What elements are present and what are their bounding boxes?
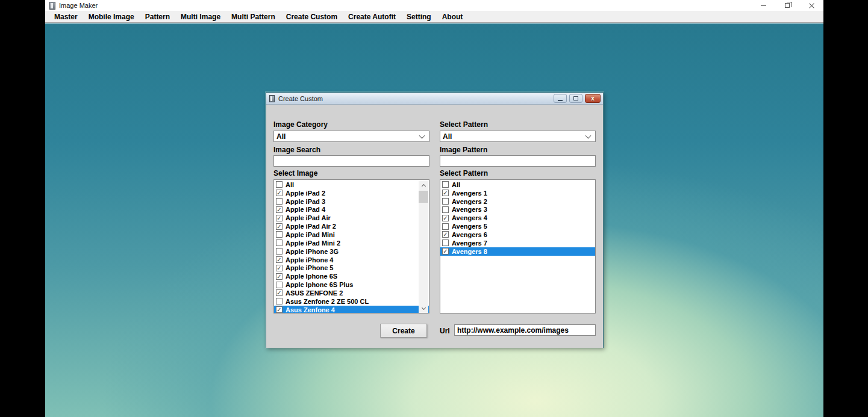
checkbox-unchecked[interactable] — [442, 181, 449, 188]
list-item[interactable]: ✓Apple Iphone 6S — [274, 272, 429, 280]
checkbox-checked[interactable]: ✓ — [276, 289, 283, 296]
checkbox-checked[interactable]: ✓ — [442, 231, 449, 238]
list-item[interactable]: ✓Avengers 4 — [440, 214, 595, 222]
list-item-label: Apple iPhone 3G — [286, 248, 339, 255]
list-item-label: Apple iPhone 5 — [286, 264, 333, 271]
menu-item-pattern[interactable]: Pattern — [140, 11, 175, 23]
checkbox-checked[interactable]: ✓ — [276, 273, 283, 280]
checkbox-checked[interactable]: ✓ — [276, 256, 283, 263]
menu-item-multi-pattern[interactable]: Multi Pattern — [226, 11, 281, 23]
close-button[interactable] — [799, 0, 823, 11]
select-image-list[interactable]: All✓Apple iPad 2Apple iPad 3✓Apple iPad … — [273, 179, 429, 314]
image-category-dropdown[interactable]: All — [273, 131, 429, 142]
list-item[interactable]: Avengers 7 — [440, 239, 595, 247]
list-item-label: Asus Zenfone 2 ZE 500 CL — [286, 298, 369, 305]
list-item[interactable]: ✓Asus Zenfone 4 — [274, 306, 429, 314]
list-item-label: Apple iPad Mini — [286, 231, 335, 238]
scroll-up-button[interactable] — [419, 181, 428, 190]
menu-item-mobile-image[interactable]: Mobile Image — [83, 11, 140, 23]
checkbox-unchecked[interactable] — [276, 198, 283, 205]
close-icon — [809, 3, 814, 8]
image-search-input[interactable] — [273, 155, 429, 167]
scrollbar[interactable] — [419, 181, 428, 314]
list-item[interactable]: ✓Apple iPad Air 2 — [274, 222, 429, 230]
dialog-maximize-button[interactable] — [569, 94, 582, 103]
menu-item-create-custom[interactable]: Create Custom — [281, 11, 343, 23]
image-category-value: All — [274, 132, 420, 141]
checkbox-unchecked[interactable] — [442, 198, 449, 205]
menu-item-setting[interactable]: Setting — [401, 11, 437, 23]
restore-button[interactable] — [775, 0, 799, 11]
list-item[interactable]: Apple Iphone 6S Plus — [274, 280, 429, 289]
list-item-label: Apple iPad 3 — [286, 198, 325, 205]
list-item[interactable]: All — [440, 181, 595, 189]
checkbox-unchecked[interactable] — [442, 239, 449, 246]
checkbox-checked[interactable]: ✓ — [276, 265, 283, 271]
list-item[interactable]: Avengers 3 — [440, 206, 595, 214]
list-item[interactable]: Apple iPad 3 — [274, 197, 429, 206]
image-pattern-input[interactable] — [440, 155, 596, 167]
app-titlebar[interactable]: Image Maker — [45, 0, 823, 11]
list-item[interactable]: ✓Apple iPad 2 — [274, 189, 429, 197]
list-item-label: Asus Zenfone 4 — [286, 306, 335, 314]
checkbox-unchecked[interactable] — [276, 282, 283, 288]
list-item[interactable]: Apple iPad Mini 2 — [274, 239, 429, 247]
menu-item-master[interactable]: Master — [49, 11, 83, 23]
list-item[interactable]: Avengers 5 — [440, 222, 595, 230]
list-item-label: All — [286, 181, 294, 188]
chevron-down-icon — [419, 132, 425, 138]
dialog-titlebar[interactable]: Create Custom x — [266, 93, 603, 105]
list-item[interactable]: Asus Zenfone 2 ZE 500 CL — [274, 297, 429, 306]
list-item[interactable]: ✓Avengers 8 — [440, 247, 595, 256]
select-pattern-list[interactable]: All✓Avengers 1Avengers 2Avengers 3✓Aveng… — [440, 179, 596, 314]
list-item[interactable]: ✓ASUS ZENFONE 2 — [274, 289, 429, 297]
select-pattern-value: All — [440, 132, 586, 141]
checkbox-unchecked[interactable] — [276, 181, 283, 188]
menu-item-create-autofit[interactable]: Create Autofit — [343, 11, 401, 23]
checkbox-unchecked[interactable] — [442, 206, 449, 213]
list-item[interactable]: ✓Apple iPad Air — [274, 214, 429, 222]
checkbox-checked[interactable]: ✓ — [276, 223, 283, 230]
list-item-label: Apple iPad 4 — [286, 206, 325, 213]
checkbox-checked[interactable]: ✓ — [442, 248, 449, 255]
list-item-label: Avengers 8 — [452, 248, 487, 255]
checkbox-checked[interactable]: ✓ — [276, 306, 283, 313]
select-pattern-dropdown[interactable]: All — [440, 131, 596, 142]
list-item[interactable]: Apple iPhone 3G — [274, 247, 429, 256]
checkbox-checked[interactable]: ✓ — [276, 190, 283, 196]
scroll-down-button[interactable] — [419, 304, 428, 314]
image-category-label: Image Category — [273, 120, 328, 129]
list-item[interactable]: ✓Apple iPhone 4 — [274, 256, 429, 264]
list-item[interactable]: ✓Avengers 1 — [440, 189, 595, 197]
chevron-down-icon — [585, 132, 592, 138]
checkbox-checked[interactable]: ✓ — [442, 215, 449, 221]
checkbox-unchecked[interactable] — [276, 239, 283, 246]
checkbox-checked[interactable]: ✓ — [276, 206, 283, 213]
dialog-title: Create Custom — [278, 95, 323, 102]
checkbox-checked[interactable]: ✓ — [276, 215, 283, 221]
list-item[interactable]: ✓Apple iPad 4 — [274, 206, 429, 214]
list-item[interactable]: Avengers 2 — [440, 197, 595, 206]
create-button[interactable]: Create — [380, 324, 427, 338]
checkbox-checked[interactable]: ✓ — [442, 190, 449, 196]
dialog-close-button[interactable]: x — [585, 94, 601, 103]
checkbox-unchecked[interactable] — [276, 231, 283, 238]
checkbox-unchecked[interactable] — [276, 248, 283, 255]
url-input[interactable] — [454, 324, 596, 336]
list-item[interactable]: ✓Apple iPhone 5 — [274, 264, 429, 272]
list-item[interactable]: ✓Avengers 6 — [440, 230, 595, 239]
dialog-minimize-button[interactable] — [554, 94, 567, 103]
checkbox-unchecked[interactable] — [276, 298, 283, 304]
scrollbar-thumb[interactable] — [419, 191, 428, 203]
menu-item-multi-image[interactable]: Multi Image — [175, 11, 226, 23]
checkbox-unchecked[interactable] — [442, 223, 449, 230]
dialog-icon — [269, 95, 275, 102]
minimize-button[interactable] — [751, 0, 775, 11]
list-item-label: Avengers 1 — [452, 190, 487, 197]
list-item[interactable]: Apple iPad Mini — [274, 230, 429, 239]
list-item-label: Avengers 3 — [452, 206, 487, 213]
list-item-label: All — [452, 181, 460, 188]
list-item-label: Avengers 5 — [452, 223, 487, 230]
list-item[interactable]: All — [274, 181, 429, 189]
menu-item-about[interactable]: About — [437, 11, 469, 23]
